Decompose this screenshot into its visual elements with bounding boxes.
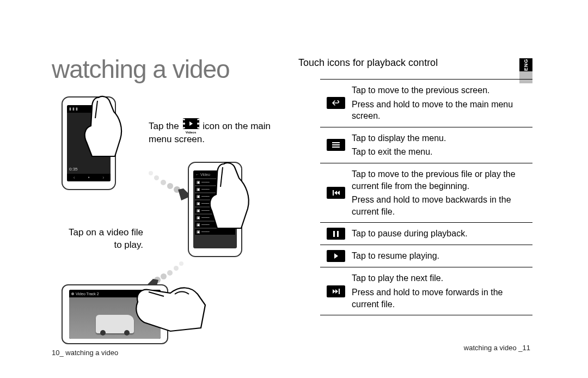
row-text: Tap to move to the previous screen.Press… (352, 84, 532, 122)
video-track-label: Video Track 2 (76, 292, 99, 296)
icon-cell (320, 84, 352, 122)
back-icon (327, 97, 345, 109)
icon-cell (320, 228, 352, 240)
table-row: Tap to move to the previous screen.Press… (320, 80, 532, 127)
previous-icon (327, 187, 345, 199)
hand-illustration (206, 161, 254, 231)
playback-control-table: Tap to move to the previous screen.Press… (320, 79, 532, 315)
table-row: Tap to resume playing. (320, 245, 532, 267)
caption-step2: Tap on a video file to play. (62, 227, 143, 252)
menu-icon (327, 139, 345, 151)
caption-step1: Tap the Videos icon on the main menu scr… (149, 118, 274, 146)
table-row: Tap to pause during playback. (320, 223, 532, 245)
icon-cell (320, 250, 352, 262)
diagram-area: ▮ ▮ ▮ 0:35 ‹ • › Tap the (52, 94, 286, 339)
caption-text: Tap the (149, 121, 182, 131)
play-icon (327, 250, 345, 262)
pause-icon (327, 228, 345, 240)
device-step3: Video Track 2 (62, 284, 168, 344)
row-text: Tap to pause during playback. (352, 228, 532, 240)
videos-icon-label: Videos (182, 130, 200, 135)
left-page: watching a video ▮ ▮ ▮ 0:35 ‹ • › (52, 54, 286, 357)
row-text: Tap to resume playing. (352, 250, 532, 262)
manual-spread: watching a video ▮ ▮ ▮ 0:35 ‹ • › (0, 0, 588, 378)
screen-nav: ‹ • › (67, 174, 111, 181)
icon-cell (320, 272, 352, 310)
table-row: Tap to play the next file.Press and hold… (320, 267, 532, 315)
car-illustration (96, 315, 134, 333)
hand-illustration (132, 275, 209, 334)
nav-next-icon: › (102, 175, 104, 180)
hand-illustration (82, 93, 127, 158)
table-row: Tap to move to the previous file or play… (320, 163, 532, 223)
row-text: Tap to move to the previous file or play… (352, 168, 532, 217)
videos-icon: Videos (182, 118, 200, 133)
row-text: Tap to display the menu.Tap to exit the … (352, 132, 532, 158)
next-icon (327, 285, 345, 297)
page-footer-right: watching a video _11 (464, 344, 530, 352)
right-page: ENG Touch icons for playback control Tap… (298, 57, 532, 354)
table-row: Tap to display the menu.Tap to exit the … (320, 127, 532, 163)
nav-dot-icon: • (88, 175, 89, 180)
page-footer-left: 10_ watching a video (52, 349, 118, 357)
device-step1: ▮ ▮ ▮ 0:35 ‹ • › (62, 96, 116, 190)
icon-cell (320, 132, 352, 158)
dot-icon (71, 292, 74, 295)
lang-eng: ENG (519, 58, 532, 71)
device-step2: ← Video ▣ ─── ▣ ─── ▣ ─── ▣ ─── ▣ ─── ▣ … (188, 162, 242, 257)
row-text: Tap to play the next file.Press and hold… (352, 272, 532, 310)
screen-time: 0:35 (69, 167, 78, 172)
section-title: Touch icons for playback control (298, 57, 532, 69)
page-title: watching a video (52, 54, 286, 84)
icon-cell (320, 168, 352, 217)
back-icon: ← (195, 173, 199, 176)
nav-prev-icon: ‹ (74, 175, 75, 180)
